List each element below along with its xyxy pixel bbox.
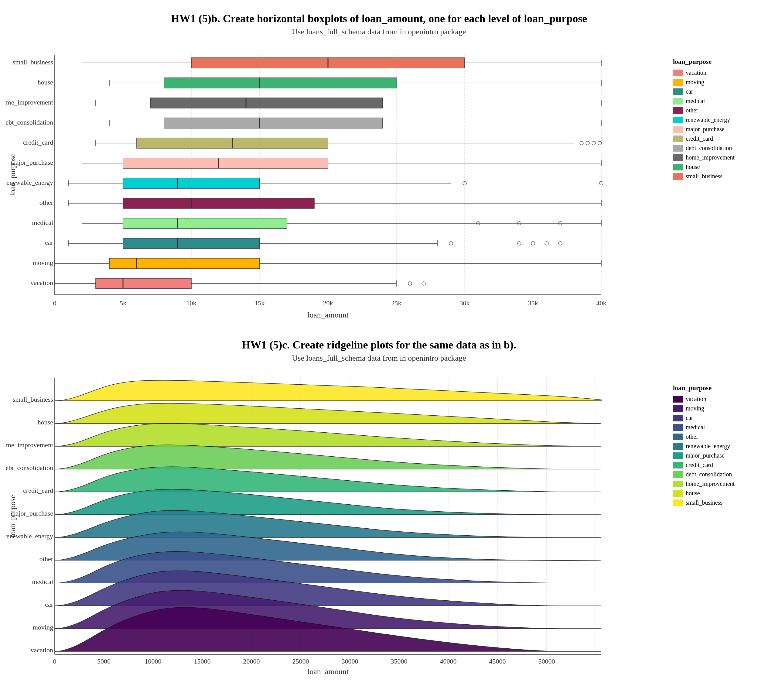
boxplot-title: HW1 (5)b. Create horizontal boxplots of … [171,12,587,25]
boxplot-svg: .axis-text { font-family: Georgia, serif… [6,45,644,319]
svg-rect-85 [123,218,287,228]
legend2-color-medical [673,424,683,431]
svg-text:major_purchase: major_purchase [11,509,53,517]
svg-text:10000: 10000 [145,658,162,665]
svg-text:40k: 40k [596,299,607,307]
legend1-color-medical [673,98,683,105]
ridgeline-area: .axis-text2 { font-family: Georgia, seri… [6,372,752,677]
svg-text:home_improvement: home_improvement [6,98,53,106]
svg-text:30000: 30000 [342,658,358,665]
svg-rect-30 [164,78,396,88]
legend2-color-other [673,434,683,440]
svg-text:car: car [45,239,53,246]
legend1-item-house: house [673,164,746,170]
svg-text:other: other [39,199,53,206]
ridgeline-plot: .axis-text2 { font-family: Georgia, seri… [6,372,661,677]
svg-text:car: car [45,601,53,608]
ridgeline-svg: .axis-text2 { font-family: Georgia, seri… [6,372,644,676]
legend2-item-other: other [673,433,746,440]
ridgeline-legend: loan_purpose vacation moving car medical [667,378,752,515]
boxplot-subtitle: Use loans_full_schema data from in openi… [292,27,466,36]
legend2-item-debt_consolidation: debt_consolidation [673,471,746,478]
boxplot-area: .axis-text { font-family: Georgia, serif… [6,45,752,320]
svg-text:0: 0 [53,299,56,307]
ridgeline-section: HW1 (5)c. Create ridgeline plots for the… [6,339,752,677]
svg-text:20000: 20000 [243,658,260,665]
legend1-item-debt_consolidation: debt_consolidation [673,145,746,152]
svg-rect-69 [123,178,260,188]
svg-text:moving: moving [33,259,53,266]
svg-text:35k: 35k [528,299,538,307]
svg-text:5000: 5000 [97,658,111,665]
legend1-item-major_purchase: major_purchase [673,126,746,133]
svg-text:small_business: small_business [13,395,53,403]
svg-text:vacation: vacation [30,646,53,654]
legend1-item-car: car [673,88,746,95]
legend1-item-small_business: small_business [673,173,746,180]
boxplot-plot: .axis-text { font-family: Georgia, serif… [6,45,661,320]
legend2-color-debt_consolidation [673,471,683,478]
svg-text:20k: 20k [323,299,333,307]
legend1-color-credit_card [673,136,683,142]
legend2-item-car: car [673,414,746,421]
svg-text:25k: 25k [391,299,401,307]
svg-text:45000: 45000 [489,658,506,665]
legend1-item-home_improvement: home_improvement [673,154,746,161]
legend2-item-house: house [673,490,746,497]
svg-text:vacation: vacation [30,279,53,286]
legend1-title: loan_purpose [673,58,746,66]
legend1-item-other: other [673,107,746,114]
svg-rect-62 [123,158,328,168]
legend2-item-renewable_energy: renewable_energy [673,443,746,450]
svg-text:house: house [37,418,53,426]
svg-text:40000: 40000 [440,658,457,665]
ridgeline-subtitle: Use loans_full_schema data from in openi… [292,354,466,363]
legend1-color-small_business [673,173,683,180]
legend2-item-moving: moving [673,405,746,412]
legend2-item-medical: medical [673,424,746,431]
legend1-item-renewable_energy: renewable_energy [673,116,746,123]
svg-text:small_business: small_business [13,58,53,66]
svg-text:credit_card: credit_card [23,487,53,494]
legend1-color-home_improvement [673,154,683,161]
svg-rect-78 [123,198,314,208]
svg-text:10k: 10k [186,299,197,307]
page: HW1 (5)b. Create horizontal boxplots of … [0,0,758,689]
svg-text:15k: 15k [255,299,265,307]
svg-text:debt_consolidation: debt_consolidation [6,464,53,472]
legend1-color-house [673,164,683,170]
legend2-color-credit_card [673,462,683,469]
svg-text:credit_card: credit_card [23,139,53,146]
legend1-color-moving [673,79,683,86]
svg-text:5k: 5k [120,299,126,307]
svg-text:renewable_energy: renewable_energy [6,179,53,186]
legend1-item-credit_card: credit_card [673,135,746,142]
svg-text:50000: 50000 [538,658,555,665]
boxplot-section: HW1 (5)b. Create horizontal boxplots of … [6,12,752,320]
legend2-color-car [673,415,683,421]
legend1-color-car [673,88,683,95]
legend2-color-renewable_energy [673,443,683,450]
boxplot-legend: loan_purpose vacation moving car medical [667,52,752,188]
legend1-item-vacation: vacation [673,69,746,76]
svg-rect-114 [96,278,191,289]
legend2-color-major_purchase [673,452,683,459]
ridgeline-title: HW1 (5)c. Create ridgeline plots for the… [242,339,516,351]
svg-text:other: other [39,555,53,562]
legend1-item-medical: medical [673,97,746,105]
svg-rect-107 [109,258,260,269]
legend1-item-moving: moving [673,79,746,86]
svg-text:house: house [37,78,53,86]
legend2-color-small_business [673,500,683,506]
legend1-color-other [673,107,683,114]
svg-text:medical: medical [32,219,53,227]
svg-text:loan_amount: loan_amount [307,311,349,319]
svg-text:moving: moving [33,623,53,631]
svg-text:renewable_energy: renewable_energy [6,532,53,540]
legend1-color-debt_consolidation [673,145,683,152]
svg-text:major_purchase: major_purchase [11,159,53,166]
legend2-item-vacation: vacation [673,395,746,403]
legend2-item-credit_card: credit_card [673,461,746,469]
svg-text:30k: 30k [460,299,470,307]
legend2-item-home_improvement: home_improvement [673,480,746,488]
